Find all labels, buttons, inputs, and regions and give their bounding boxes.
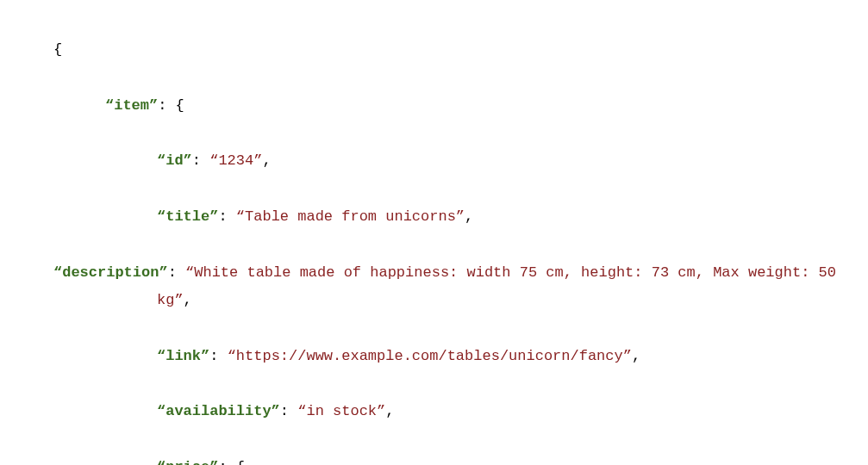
comma: , bbox=[385, 403, 394, 419]
value-title: “Table made from unicorns” bbox=[236, 208, 465, 225]
key-availability: “availability” bbox=[157, 403, 280, 419]
json-code-block[interactable]: { “item”: { “id”: “1234”, “title”: “Tabl… bbox=[0, 0, 868, 465]
comma: , bbox=[184, 292, 192, 308]
key-link: “link” bbox=[157, 348, 209, 364]
key-item: “item” bbox=[105, 97, 158, 114]
colon: : bbox=[168, 264, 185, 281]
key-id: “id” bbox=[157, 152, 192, 169]
colon: : bbox=[280, 403, 297, 419]
colon-brace: : { bbox=[218, 459, 245, 465]
value-availability: “in stock” bbox=[297, 403, 385, 419]
value-id: “1234” bbox=[209, 152, 262, 169]
colon-brace: : { bbox=[158, 97, 184, 114]
value-link: “https://www.example.com/tables/unicorn/… bbox=[228, 348, 632, 364]
brace-open: { bbox=[53, 41, 62, 58]
comma: , bbox=[262, 152, 271, 169]
key-title: “title” bbox=[157, 208, 218, 225]
colon: : bbox=[192, 152, 209, 169]
key-price: “price” bbox=[157, 459, 218, 465]
comma: , bbox=[465, 208, 473, 225]
comma: , bbox=[632, 348, 640, 364]
colon: : bbox=[218, 208, 235, 225]
colon: : bbox=[209, 348, 227, 364]
key-description: “description” bbox=[53, 264, 168, 281]
value-description: “White table made of happiness: width 75… bbox=[157, 264, 845, 308]
